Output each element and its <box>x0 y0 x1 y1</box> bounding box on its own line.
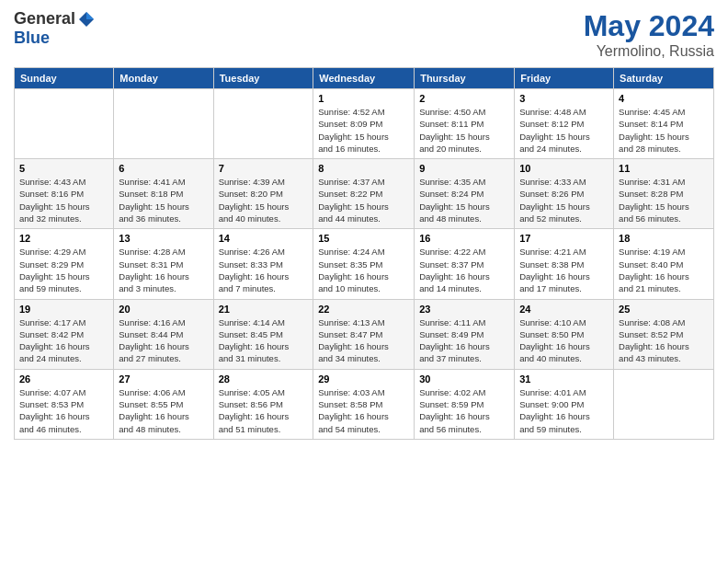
day-number: 7 <box>219 163 309 174</box>
table-cell: 6Sunrise: 4:41 AM Sunset: 8:18 PM Daylig… <box>114 159 213 229</box>
day-info: Sunrise: 4:39 AM Sunset: 8:20 PM Dayligh… <box>219 176 309 224</box>
day-number: 17 <box>519 233 609 244</box>
logo-icon <box>77 10 96 29</box>
table-cell: 3Sunrise: 4:48 AM Sunset: 8:12 PM Daylig… <box>515 89 614 159</box>
day-number: 8 <box>318 163 409 174</box>
header-monday: Monday <box>114 68 213 89</box>
header-wednesday: Wednesday <box>313 68 415 89</box>
table-cell: 12Sunrise: 4:29 AM Sunset: 8:29 PM Dayli… <box>15 229 114 299</box>
day-info: Sunrise: 4:31 AM Sunset: 8:28 PM Dayligh… <box>619 176 709 224</box>
table-cell: 24Sunrise: 4:10 AM Sunset: 8:50 PM Dayli… <box>515 299 614 369</box>
day-number: 16 <box>419 233 509 244</box>
day-number: 13 <box>119 233 208 244</box>
day-info: Sunrise: 4:13 AM Sunset: 8:47 PM Dayligh… <box>318 316 409 365</box>
day-number: 27 <box>119 373 208 385</box>
week-row-0: 1Sunrise: 4:52 AM Sunset: 8:09 PM Daylig… <box>15 89 714 159</box>
day-info: Sunrise: 4:10 AM Sunset: 8:50 PM Dayligh… <box>519 316 609 365</box>
day-info: Sunrise: 4:21 AM Sunset: 8:38 PM Dayligh… <box>519 246 609 294</box>
table-cell: 17Sunrise: 4:21 AM Sunset: 8:38 PM Dayli… <box>515 229 614 299</box>
table-cell: 28Sunrise: 4:05 AM Sunset: 8:56 PM Dayli… <box>213 369 313 439</box>
day-number: 5 <box>19 163 108 174</box>
day-info: Sunrise: 4:29 AM Sunset: 8:29 PM Dayligh… <box>19 246 108 294</box>
table-cell: 5Sunrise: 4:43 AM Sunset: 8:16 PM Daylig… <box>15 159 114 229</box>
day-info: Sunrise: 4:48 AM Sunset: 8:12 PM Dayligh… <box>519 106 609 155</box>
table-cell: 23Sunrise: 4:11 AM Sunset: 8:49 PM Dayli… <box>415 299 515 369</box>
day-number: 10 <box>519 163 609 174</box>
day-info: Sunrise: 4:07 AM Sunset: 8:53 PM Dayligh… <box>19 386 108 435</box>
week-row-1: 5Sunrise: 4:43 AM Sunset: 8:16 PM Daylig… <box>15 159 714 229</box>
day-info: Sunrise: 4:19 AM Sunset: 8:40 PM Dayligh… <box>619 246 709 294</box>
table-cell: 29Sunrise: 4:03 AM Sunset: 8:58 PM Dayli… <box>313 369 415 439</box>
day-info: Sunrise: 4:16 AM Sunset: 8:44 PM Dayligh… <box>119 316 208 365</box>
day-number: 2 <box>419 93 509 104</box>
table-cell: 9Sunrise: 4:35 AM Sunset: 8:24 PM Daylig… <box>415 159 515 229</box>
table-cell: 8Sunrise: 4:37 AM Sunset: 8:22 PM Daylig… <box>313 159 415 229</box>
table-cell: 1Sunrise: 4:52 AM Sunset: 8:09 PM Daylig… <box>313 89 415 159</box>
page: General Blue May 2024 Yermolino, Russia … <box>0 0 728 449</box>
day-info: Sunrise: 4:52 AM Sunset: 8:09 PM Dayligh… <box>318 106 409 155</box>
day-info: Sunrise: 4:14 AM Sunset: 8:45 PM Dayligh… <box>219 316 309 365</box>
header-tuesday: Tuesday <box>213 68 313 89</box>
header-sunday: Sunday <box>15 68 114 89</box>
day-number: 19 <box>19 304 108 315</box>
table-cell <box>15 89 114 159</box>
table-cell: 14Sunrise: 4:26 AM Sunset: 8:33 PM Dayli… <box>213 229 313 299</box>
day-info: Sunrise: 4:08 AM Sunset: 8:52 PM Dayligh… <box>619 316 709 365</box>
table-cell: 16Sunrise: 4:22 AM Sunset: 8:37 PM Dayli… <box>415 229 515 299</box>
day-info: Sunrise: 4:50 AM Sunset: 8:11 PM Dayligh… <box>419 106 509 155</box>
day-number: 21 <box>219 304 309 315</box>
day-info: Sunrise: 4:37 AM Sunset: 8:22 PM Dayligh… <box>318 176 409 224</box>
day-info: Sunrise: 4:28 AM Sunset: 8:31 PM Dayligh… <box>119 246 208 294</box>
table-cell: 30Sunrise: 4:02 AM Sunset: 8:59 PM Dayli… <box>415 369 515 439</box>
logo-blue: Blue <box>14 29 50 48</box>
location: Yermolino, Russia <box>584 43 714 60</box>
day-number: 14 <box>219 233 309 244</box>
table-cell: 13Sunrise: 4:28 AM Sunset: 8:31 PM Dayli… <box>114 229 213 299</box>
day-number: 22 <box>318 304 409 315</box>
table-cell <box>614 369 714 439</box>
table-cell <box>114 89 213 159</box>
day-number: 25 <box>619 304 709 315</box>
table-cell: 11Sunrise: 4:31 AM Sunset: 8:28 PM Dayli… <box>614 159 714 229</box>
day-info: Sunrise: 4:24 AM Sunset: 8:35 PM Dayligh… <box>318 246 409 294</box>
day-info: Sunrise: 4:05 AM Sunset: 8:56 PM Dayligh… <box>219 386 309 435</box>
header-friday: Friday <box>515 68 614 89</box>
table-cell: 21Sunrise: 4:14 AM Sunset: 8:45 PM Dayli… <box>213 299 313 369</box>
logo: General Blue <box>14 9 96 48</box>
day-info: Sunrise: 4:33 AM Sunset: 8:26 PM Dayligh… <box>519 176 609 224</box>
week-row-4: 26Sunrise: 4:07 AM Sunset: 8:53 PM Dayli… <box>15 369 714 439</box>
day-info: Sunrise: 4:17 AM Sunset: 8:42 PM Dayligh… <box>19 316 108 365</box>
calendar: Sunday Monday Tuesday Wednesday Thursday… <box>14 67 714 440</box>
main-title: May 2024 <box>584 9 714 43</box>
header-saturday: Saturday <box>614 68 714 89</box>
day-number: 9 <box>419 163 509 174</box>
table-cell: 19Sunrise: 4:17 AM Sunset: 8:42 PM Dayli… <box>15 299 114 369</box>
table-cell: 4Sunrise: 4:45 AM Sunset: 8:14 PM Daylig… <box>614 89 714 159</box>
day-number: 6 <box>119 163 208 174</box>
logo-text: General <box>14 9 96 29</box>
day-info: Sunrise: 4:43 AM Sunset: 8:16 PM Dayligh… <box>19 176 108 224</box>
header-thursday: Thursday <box>415 68 515 89</box>
day-info: Sunrise: 4:06 AM Sunset: 8:55 PM Dayligh… <box>119 386 208 435</box>
table-cell <box>213 89 313 159</box>
day-number: 12 <box>19 233 108 244</box>
day-info: Sunrise: 4:03 AM Sunset: 8:58 PM Dayligh… <box>318 386 409 435</box>
day-number: 24 <box>519 304 609 315</box>
table-cell: 10Sunrise: 4:33 AM Sunset: 8:26 PM Dayli… <box>515 159 614 229</box>
title-block: May 2024 Yermolino, Russia <box>584 9 714 60</box>
day-info: Sunrise: 4:22 AM Sunset: 8:37 PM Dayligh… <box>419 246 509 294</box>
day-number: 30 <box>419 373 509 385</box>
day-info: Sunrise: 4:11 AM Sunset: 8:49 PM Dayligh… <box>419 316 509 365</box>
week-row-2: 12Sunrise: 4:29 AM Sunset: 8:29 PM Dayli… <box>15 229 714 299</box>
table-cell: 25Sunrise: 4:08 AM Sunset: 8:52 PM Dayli… <box>614 299 714 369</box>
day-number: 28 <box>219 373 309 385</box>
table-cell: 15Sunrise: 4:24 AM Sunset: 8:35 PM Dayli… <box>313 229 415 299</box>
day-number: 11 <box>619 163 709 174</box>
logo-general: General <box>14 9 75 29</box>
table-cell: 20Sunrise: 4:16 AM Sunset: 8:44 PM Dayli… <box>114 299 213 369</box>
table-cell: 7Sunrise: 4:39 AM Sunset: 8:20 PM Daylig… <box>213 159 313 229</box>
day-number: 18 <box>619 233 709 244</box>
day-info: Sunrise: 4:41 AM Sunset: 8:18 PM Dayligh… <box>119 176 208 224</box>
day-number: 29 <box>318 373 409 385</box>
day-info: Sunrise: 4:01 AM Sunset: 9:00 PM Dayligh… <box>519 386 609 435</box>
